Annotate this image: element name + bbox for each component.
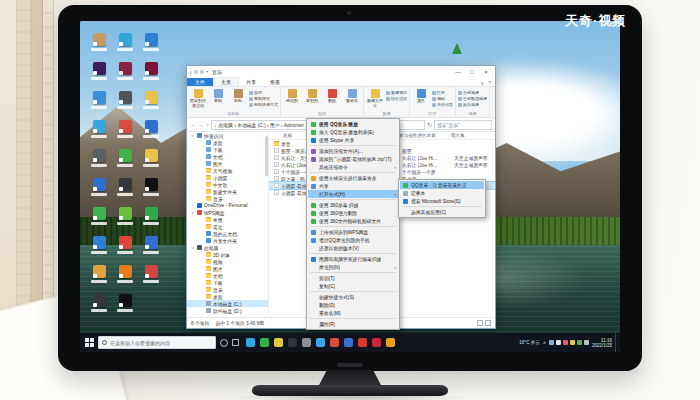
sidebar-item[interactable]: 3D 对象 xyxy=(187,251,268,258)
sidebar-item[interactable]: 桌面 xyxy=(187,293,268,300)
sidebar-item[interactable]: 我的云文档 xyxy=(187,230,268,237)
expander-chevron-icon[interactable]: › xyxy=(190,203,195,208)
up-button[interactable]: ↑ xyxy=(206,122,209,128)
context-menu-item[interactable]: 发送到(N)› xyxy=(308,263,398,271)
expander-chevron-icon[interactable]: ∨ xyxy=(190,133,195,138)
desktop-icon[interactable] xyxy=(86,62,112,91)
desktop-icon[interactable] xyxy=(112,33,138,62)
context-menu-item[interactable]: 使用 360文件粉碎机粉碎文件 xyxy=(308,217,398,225)
context-menu-item[interactable]: 使用火绒安全进行病毒查杀 xyxy=(308,174,398,182)
sidebar-item[interactable]: 共享文件夹 xyxy=(187,237,268,244)
tab-home[interactable]: 主页 xyxy=(213,77,239,86)
tray-icon[interactable] xyxy=(549,340,554,345)
taskbar-clock[interactable]: 11:16 2022/1/25 xyxy=(592,338,612,348)
show-desktop-button[interactable] xyxy=(615,333,618,352)
tab-share[interactable]: 共享 xyxy=(239,78,263,86)
desktop-icon[interactable] xyxy=(86,149,112,178)
ribbon-small-button[interactable]: 打开 xyxy=(432,90,453,95)
context-menu-item[interactable]: 属性(R) xyxy=(308,320,398,328)
sidebar-item[interactable]: ∨此电脑 xyxy=(187,244,268,251)
tray-icon[interactable] xyxy=(584,340,589,345)
taskbar-app-icon[interactable] xyxy=(386,338,395,347)
sidebar-item[interactable]: 最近 xyxy=(187,223,268,230)
context-menu-item[interactable]: 记事本 xyxy=(400,189,484,197)
search-box[interactable]: 搜索"音乐" xyxy=(434,120,492,130)
view-list-icon[interactable] xyxy=(477,320,483,326)
context-menu-item[interactable]: 使用 360强力删除 xyxy=(308,209,398,217)
context-menu-item[interactable]: 复制(C) xyxy=(308,282,398,290)
context-menu-item[interactable]: 用腾讯电脑管家进行病毒扫描 xyxy=(308,255,398,263)
qat-icon[interactable] xyxy=(194,70,198,74)
context-menu-item[interactable]: 打开方式(H)› xyxy=(308,190,398,198)
expander-chevron-icon[interactable]: ∨ xyxy=(190,245,195,250)
taskbar-app-icon[interactable] xyxy=(288,338,297,347)
tray-icon[interactable] xyxy=(577,340,582,345)
desktop-icon[interactable] xyxy=(112,149,138,178)
sidebar-item[interactable]: 新建文件夹 xyxy=(187,188,268,195)
refresh-icon[interactable]: ↻ xyxy=(427,121,432,128)
desktop-icon[interactable] xyxy=(112,91,138,120)
sidebar-item[interactable]: 图片 xyxy=(187,265,268,272)
column-album[interactable]: 唱片集 xyxy=(449,133,495,138)
taskbar-app-icon[interactable] xyxy=(246,338,255,347)
hidden-icons-chevron[interactable]: ∧ xyxy=(543,340,546,345)
desktop-icon[interactable] xyxy=(112,178,138,207)
ribbon-button[interactable]: 移动到 xyxy=(283,88,301,110)
sidebar-item[interactable]: 本地磁盘 (C:) xyxy=(187,300,268,307)
desktop-icon[interactable] xyxy=(86,207,112,236)
sidebar-item[interactable]: 桌面 xyxy=(187,139,268,146)
weather-widget[interactable]: 16°C 多云 xyxy=(519,340,539,345)
ribbon-button[interactable]: 属性 xyxy=(412,88,430,110)
context-menu-item[interactable]: 删除(D) xyxy=(308,301,398,309)
sidebar-item[interactable]: 下载 xyxy=(187,279,268,286)
taskbar-search[interactable]: 在这里输入你要搜索的内容 xyxy=(98,336,216,349)
desktop-icon[interactable] xyxy=(86,294,112,323)
context-menu-item[interactable]: 使用 QQ音乐 播放 xyxy=(308,120,398,128)
tab-view[interactable]: 查看 xyxy=(263,78,287,86)
sidebar-item[interactable]: 音乐 xyxy=(187,286,268,293)
sidebar-item[interactable]: 图片 xyxy=(187,160,268,167)
sidebar-item[interactable]: 小酒窝 xyxy=(187,174,268,181)
back-button[interactable]: ← xyxy=(190,122,196,128)
context-menu-item[interactable]: 使用 360杀毒 扫描 xyxy=(308,201,398,209)
taskbar-app-icon[interactable] xyxy=(260,338,269,347)
qat-dropdown-icon[interactable]: ▾ xyxy=(206,69,208,74)
desktop-icon[interactable] xyxy=(86,91,112,120)
context-menu-item[interactable]: 其他压缩命令› xyxy=(308,163,398,171)
ribbon-small-button[interactable]: 反向选择 xyxy=(458,102,487,107)
desktop-icon[interactable] xyxy=(112,294,138,323)
start-button[interactable] xyxy=(85,338,94,347)
sidebar-item[interactable]: 中文歌 xyxy=(187,181,268,188)
desktop-icon[interactable] xyxy=(86,120,112,149)
christmas-tree-icon[interactable] xyxy=(452,43,462,54)
qat-icon[interactable] xyxy=(200,70,204,74)
desktop-icon[interactable] xyxy=(112,120,138,149)
column-artists[interactable]: 参与创作的艺术家 xyxy=(397,133,449,138)
taskbar-app-icon[interactable] xyxy=(302,338,311,347)
desktop-icon[interactable] xyxy=(138,236,164,265)
desktop-icon[interactable] xyxy=(138,120,164,149)
desktop-icon[interactable] xyxy=(86,33,112,62)
desktop-icon[interactable] xyxy=(138,33,164,62)
context-menu-item[interactable]: 选择其他应用(C) xyxy=(400,208,484,216)
taskbar-app-icon[interactable] xyxy=(372,338,381,347)
desktop-icon[interactable] xyxy=(138,178,164,207)
desktop-icon[interactable] xyxy=(138,149,164,178)
desktop-icon[interactable] xyxy=(86,236,112,265)
ribbon-small-button[interactable]: 全部选择 xyxy=(458,90,487,95)
sidebar-item[interactable]: 软件磁盘 (D:) xyxy=(187,307,268,314)
minimize-button[interactable]: — xyxy=(451,69,465,75)
desktop-icon[interactable] xyxy=(112,236,138,265)
context-menu-item[interactable]: 搜索 Microsoft Store(S) xyxy=(400,197,484,205)
context-menu-item[interactable]: 还原以前的版本(V) xyxy=(308,244,398,252)
ribbon-small-button[interactable]: 粘贴快捷方式 xyxy=(249,102,278,107)
ribbon-button[interactable]: 新建文件夹 xyxy=(366,88,384,110)
desktop-icon[interactable] xyxy=(86,178,112,207)
ribbon-button[interactable]: 重命名 xyxy=(343,88,361,110)
ribbon-collapse-icon[interactable]: ∨ xyxy=(481,80,485,86)
ribbon-small-button[interactable]: 全部取消选择 xyxy=(458,96,487,101)
maximize-button[interactable]: □ xyxy=(465,69,479,75)
tray-icon[interactable] xyxy=(556,340,561,345)
taskbar-app-icon[interactable] xyxy=(316,338,325,347)
ribbon-small-button[interactable]: 复制路径 xyxy=(249,96,278,101)
